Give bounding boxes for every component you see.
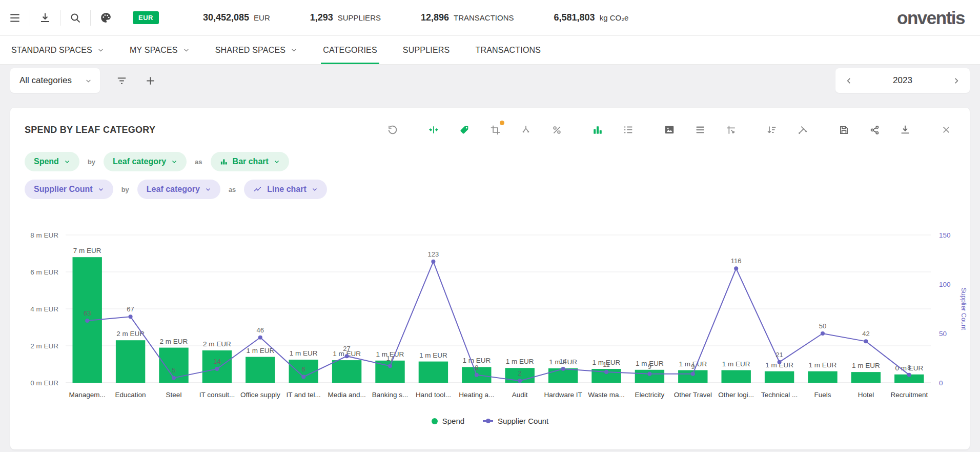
svg-text:63: 63 [84,309,91,317]
filter-button[interactable] [107,68,136,93]
next-year-button[interactable] [947,71,966,90]
search-button[interactable] [60,7,90,29]
chevron-down-icon [85,77,92,84]
filter-bar: All categories 2023 [0,65,980,96]
measure-chip-spend[interactable]: Spend [25,152,79,171]
stat-value: 30,452,085 [203,12,249,23]
nav-standard-spaces[interactable]: STANDARD SPACES [10,36,105,64]
header-stats: 30,452,085 EUR 1,293 SUPPLIERS 12,896 TR… [203,12,628,23]
spend-legend-marker [432,418,438,424]
legend-item-spend[interactable]: Spend [432,417,464,425]
svg-text:Other Travel: Other Travel [674,391,712,399]
reset-icon [387,124,398,135]
tools-button[interactable] [793,121,812,139]
prev-year-button[interactable] [840,71,858,90]
spend-by-leaf-category-chart[interactable]: 0 m EUR2 m EUR4 m EUR6 m EUR8 m EUR05010… [10,199,970,416]
query-row-spend: Spend by Leaf category as Bar chart [25,152,955,171]
menu-button[interactable] [0,7,30,29]
table-rows-button[interactable] [691,121,709,139]
bar-chart-icon [220,158,228,166]
chip-label: Leaf category [147,185,200,194]
nav-my-spaces[interactable]: MY SPACES [129,36,191,64]
connector-by: by [121,186,129,193]
sort-icon [766,124,778,135]
chevron-down-icon [98,186,104,192]
svg-text:Supplier Count: Supplier Count [960,288,967,330]
nav-label: TRANSACTIONS [475,46,541,55]
svg-text:1 m EUR: 1 m EUR [290,349,318,357]
currency-badge[interactable]: EUR [133,11,159,24]
svg-text:IT and tel...: IT and tel... [287,391,321,399]
nav-label: SHARED SPACES [215,46,285,55]
crop-button[interactable] [486,121,504,139]
reset-button[interactable] [383,121,402,139]
tag-button[interactable] [455,121,474,139]
dimension-chip-leaf-category[interactable]: Leaf category [104,152,187,171]
legend-label: Spend [442,417,464,425]
percent-button[interactable] [547,121,566,139]
tools-icon [797,124,808,135]
svg-text:46: 46 [257,326,264,334]
chevron-down-icon [291,47,297,53]
download-button[interactable] [30,7,60,29]
chevron-down-icon [183,47,190,53]
svg-text:Electricity: Electricity [635,391,665,399]
pivot-button[interactable] [722,121,740,139]
svg-text:1 m EUR: 1 m EUR [246,347,274,355]
panel-title: SPEND BY LEAF CATEGORY [25,125,155,135]
category-select-value: All categories [19,75,72,86]
dimension-chip-leaf-category-2[interactable]: Leaf category [137,180,220,199]
add-filter-button[interactable] [136,68,165,93]
svg-text:8 m EUR: 8 m EUR [30,231,58,239]
filter-icon [116,75,128,87]
svg-text:6: 6 [302,365,305,373]
svg-text:1 m EUR: 1 m EUR [722,360,750,368]
save-button[interactable] [834,121,853,139]
stat-unit: TRANSACTIONS [454,13,514,22]
measure-chip-supplier-count[interactable]: Supplier Count [25,180,113,199]
chip-label: Supplier Count [34,185,93,194]
nav-categories[interactable]: CATEGORIES [322,36,378,64]
legend-item-supplier-count[interactable]: Supplier Count [483,417,548,425]
chart-legend: Spend Supplier Count [10,417,970,425]
stat-co2: 6,581,803 kg CO₂e [554,12,629,23]
search-icon [69,12,81,24]
share-button[interactable] [865,121,884,139]
svg-text:50: 50 [819,322,826,330]
image-view-button[interactable] [660,121,679,139]
svg-text:1 m EUR: 1 m EUR [419,351,447,359]
svg-text:27: 27 [343,345,350,352]
svg-text:2 m EUR: 2 m EUR [160,338,188,345]
svg-text:Hand tool...: Hand tool... [416,391,451,399]
bar-chart-view-button[interactable] [588,121,607,139]
svg-text:67: 67 [127,305,134,313]
viz-chip-line-chart[interactable]: Line chart [244,180,326,199]
svg-text:Banking s...: Banking s... [372,391,409,399]
svg-text:7 m EUR: 7 m EUR [73,247,101,254]
pivot-icon [725,124,737,135]
svg-text:Steel: Steel [166,391,182,399]
svg-text:Technical ...: Technical ... [761,391,798,399]
svg-text:2 m EUR: 2 m EUR [30,342,58,350]
nav-transactions[interactable]: TRANSACTIONS [474,36,542,64]
split-button[interactable] [517,121,535,139]
chevron-down-icon [171,159,177,165]
combo-chart-svg[interactable]: 0 m EUR2 m EUR4 m EUR6 m EUR8 m EUR05010… [13,202,967,414]
list-view-button[interactable] [619,121,638,139]
nav-shared-spaces[interactable]: SHARED SPACES [214,36,298,64]
export-button[interactable] [896,121,914,139]
sort-button[interactable] [763,121,781,139]
compare-arrows-button[interactable] [424,121,443,139]
theme-button[interactable] [91,7,120,29]
nav-suppliers[interactable]: SUPPLIERS [402,36,451,64]
query-builder: Spend by Leaf category as Bar chart Supp… [10,144,970,199]
connector-as: as [229,186,236,193]
viz-chip-bar-chart[interactable]: Bar chart [211,152,289,171]
category-select[interactable]: All categories [10,68,100,93]
svg-text:11: 11 [603,361,610,368]
crop-icon [490,125,501,135]
legend-label: Supplier Count [498,417,548,425]
chip-label: Line chart [267,185,306,194]
close-panel-button[interactable] [937,121,955,139]
svg-text:4 m EUR: 4 m EUR [30,305,58,313]
